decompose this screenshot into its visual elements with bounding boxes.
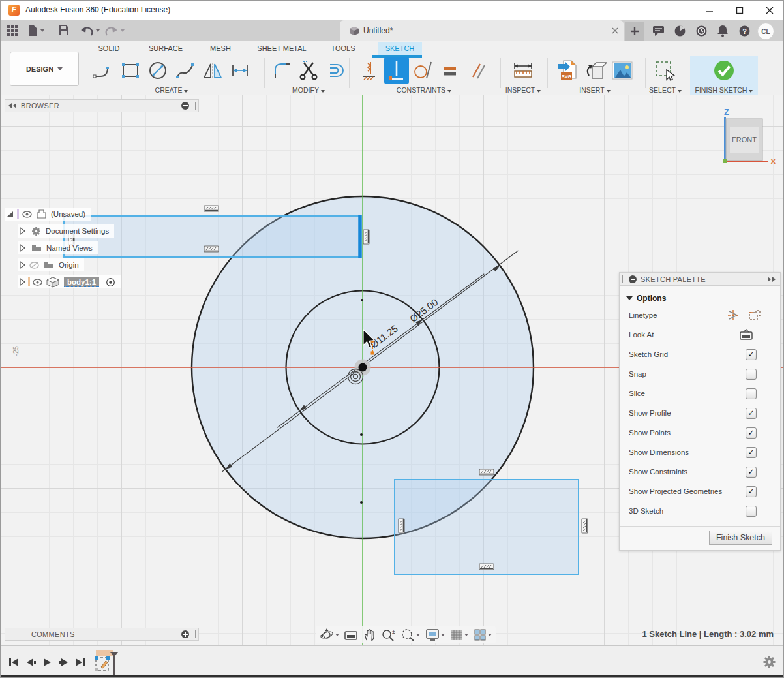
browser-header[interactable]: BROWSER	[5, 99, 199, 112]
maximize-button[interactable]	[725, 1, 755, 20]
zoom-window-button[interactable]	[400, 628, 420, 641]
redo-button[interactable]	[105, 25, 127, 37]
centerline-linetype-icon[interactable]	[727, 309, 741, 322]
look-at-icon[interactable]	[740, 329, 753, 341]
show-dimensions-checkbox[interactable]	[746, 447, 757, 458]
eye-visible-icon[interactable]	[33, 279, 42, 286]
help-button[interactable]: ?	[738, 25, 750, 37]
horizontal-constraint-icon[interactable]	[479, 564, 494, 570]
add-comment-icon[interactable]	[181, 630, 189, 638]
select-tool-button[interactable]	[652, 57, 679, 84]
fillet-tool-button[interactable]	[269, 57, 295, 84]
palette-grip-handle[interactable]	[622, 275, 626, 283]
notifications-button[interactable]	[717, 25, 729, 37]
grid-caret-icon[interactable]	[464, 634, 468, 636]
finish-sketch-palette-button[interactable]: Finish Sketch	[709, 531, 772, 545]
workspace-selector[interactable]: DESIGN	[10, 52, 79, 86]
timeline-settings-button[interactable]	[763, 656, 776, 671]
view-cube[interactable]: Z FRONT X	[715, 100, 780, 170]
collapsed-arrow-icon[interactable]	[19, 244, 25, 252]
comments-toggle-button[interactable]	[652, 25, 664, 37]
user-avatar[interactable]: CL	[757, 23, 774, 40]
browser-item-label[interactable]: body1:1	[64, 277, 99, 287]
bottom-rectangle[interactable]	[395, 480, 579, 574]
horizontal-constraint-icon[interactable]	[204, 206, 219, 211]
view-cube-face-label[interactable]: FRONT	[732, 136, 757, 144]
line-tool-button[interactable]	[89, 57, 117, 84]
browser-item-body[interactable]: body1:1	[18, 275, 121, 288]
vertical-constraint-icon[interactable]	[363, 230, 369, 244]
browser-remove-icon[interactable]	[181, 102, 189, 110]
look-at-nav-button[interactable]	[344, 629, 357, 641]
browser-item-label[interactable]: Document Settings	[46, 227, 109, 235]
eye-visible-icon[interactable]	[22, 211, 32, 218]
browser-item-origin[interactable]: Origin	[18, 258, 84, 271]
new-tab-button[interactable]	[625, 22, 644, 41]
file-menu-button[interactable]	[28, 25, 49, 37]
measure-tool-button[interactable]	[509, 57, 537, 84]
viewports-button[interactable]	[474, 628, 492, 641]
browser-item-label[interactable]: (Unsaved)	[51, 210, 85, 218]
trim-tool-button[interactable]	[295, 57, 322, 84]
sketch-point[interactable]	[361, 299, 363, 301]
timeline-step-back-button[interactable]	[24, 656, 37, 668]
close-button[interactable]	[755, 1, 784, 20]
zoom-window-caret-icon[interactable]	[416, 634, 420, 636]
timeline-step-forward-button[interactable]	[57, 656, 70, 668]
group-insert-dropdown[interactable]: INSERT	[552, 86, 638, 94]
timeline-sketch-feature[interactable]	[95, 649, 118, 678]
save-button[interactable]	[58, 25, 70, 37]
sketch-point[interactable]	[360, 501, 363, 504]
parallel-constraint-button[interactable]	[464, 57, 491, 84]
rectangle-tool-button[interactable]	[117, 57, 144, 84]
display-settings-caret-icon[interactable]	[441, 634, 445, 636]
sketch-point[interactable]	[360, 433, 363, 436]
horizontal-vertical-constraint-button[interactable]	[384, 57, 409, 84]
undo-button[interactable]	[80, 25, 102, 37]
origin-point[interactable]	[359, 363, 367, 372]
document-tab-close-button[interactable]	[611, 26, 620, 35]
sketch-dimension-button[interactable]	[226, 57, 254, 84]
options-section-header[interactable]: Options	[626, 294, 780, 303]
document-tab[interactable]: Untitled*	[340, 20, 624, 41]
orbit-button[interactable]	[320, 628, 339, 642]
insert-mesh-button[interactable]	[581, 57, 609, 84]
group-finish-sketch-dropdown[interactable]: FINISH SKETCH	[690, 86, 758, 94]
browser-item-named-views[interactable]: Named Views	[18, 241, 98, 254]
palette-remove-icon[interactable]	[629, 275, 637, 283]
sketch-grid-checkbox[interactable]	[746, 349, 757, 360]
vertical-constraint-icon[interactable]	[399, 519, 404, 533]
expand-palette-icon[interactable]	[767, 276, 776, 283]
mirror-tool-button[interactable]	[199, 57, 226, 84]
circle-tool-button[interactable]	[144, 57, 172, 84]
tab-surface[interactable]: SURFACE	[145, 42, 187, 55]
browser-grip-handle[interactable]	[192, 102, 196, 110]
collapse-browser-icon[interactable]	[8, 102, 17, 109]
group-select-dropdown[interactable]: SELECT	[648, 86, 682, 94]
comments-grip-handle[interactable]	[192, 630, 196, 638]
spline-tool-button[interactable]	[172, 57, 199, 84]
app-launcher-button[interactable]	[7, 25, 18, 37]
show-points-checkbox[interactable]	[746, 427, 757, 439]
insert-canvas-button[interactable]	[609, 57, 636, 84]
show-projected-geometries-checkbox[interactable]	[746, 486, 757, 497]
browser-item-root[interactable]: (Unsaved)	[5, 208, 91, 221]
insert-svg-button[interactable]: SVG	[554, 57, 581, 84]
grid-and-snaps-button[interactable]	[450, 628, 468, 641]
browser-item-label[interactable]: Origin	[59, 261, 79, 269]
zoom-button[interactable]: ±	[381, 628, 395, 641]
3d-sketch-checkbox[interactable]	[746, 506, 757, 517]
vertical-constraint-icon[interactable]	[582, 519, 588, 533]
snap-checkbox[interactable]	[746, 369, 757, 380]
show-constraints-checkbox[interactable]	[746, 467, 757, 478]
slice-checkbox[interactable]	[746, 388, 757, 399]
minimize-button[interactable]	[695, 1, 725, 20]
pan-button[interactable]	[363, 628, 376, 641]
tab-sheet-metal[interactable]: SHEET METAL	[256, 42, 307, 55]
sketch-canvas[interactable]: -25 Ø11.25 Ø25.00	[1, 95, 784, 645]
display-settings-button[interactable]	[425, 628, 445, 641]
group-constraints-dropdown[interactable]: CONSTRAINTS	[355, 86, 493, 94]
ground-to-parent-icon[interactable]	[106, 277, 115, 287]
construction-linetype-icon[interactable]	[747, 309, 762, 322]
job-status-button[interactable]	[695, 25, 707, 37]
